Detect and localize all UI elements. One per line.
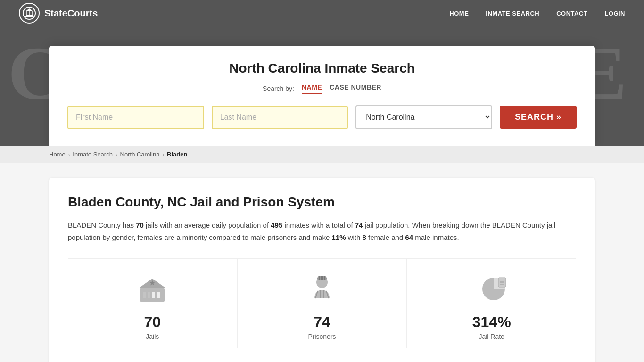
county-card: Bladen County, NC Jail and Prison System… (49, 178, 595, 362)
jail-rate-icon (473, 270, 511, 308)
desc-jails-count: 70 (136, 221, 144, 229)
nav-contact[interactable]: CONTACT (556, 10, 587, 17)
tab-name[interactable]: NAME (302, 83, 322, 94)
nav-login[interactable]: LOGIN (604, 10, 625, 17)
jail-icon (133, 270, 171, 308)
search-button[interactable]: SEARCH » (500, 106, 577, 129)
logo-icon (19, 3, 40, 24)
county-description: BLADEN County has 70 jails with an avera… (68, 219, 576, 243)
nav-home[interactable]: HOME (449, 10, 469, 17)
search-by-label: Search by: (263, 85, 294, 92)
search-by-row: Search by: NAME CASE NUMBER (67, 83, 577, 94)
nav-inmate-search[interactable]: INMATE SEARCH (486, 10, 539, 17)
desc-population: 495 (271, 221, 282, 229)
desc-intro: BLADEN County has (68, 221, 136, 229)
svg-rect-10 (152, 292, 155, 298)
stat-jails-label: Jails (146, 333, 159, 340)
stat-prisoners: 74 Prisoners (238, 259, 407, 348)
desc-female-pct: 11% (331, 233, 346, 241)
nav-links: HOME INMATE SEARCH CONTACT LOGIN (449, 10, 625, 17)
logo-text: StateCourts (44, 8, 98, 19)
breadcrumb: Home › Inmate Search › North Carolina › … (0, 146, 644, 163)
breadcrumb-sep-1: › (68, 152, 70, 157)
svg-rect-1 (26, 15, 33, 16)
tab-case-number[interactable]: CASE NUMBER (330, 83, 381, 94)
prisoner-icon (303, 270, 341, 308)
breadcrumb-north-carolina[interactable]: North Carolina (120, 151, 160, 158)
svg-marker-6 (25, 8, 33, 11)
svg-rect-11 (157, 292, 160, 298)
stat-prisoners-label: Prisoners (308, 333, 336, 340)
svg-line-29 (323, 290, 324, 299)
logo[interactable]: StateCourts (19, 3, 98, 24)
breadcrumb-sep-2: › (116, 152, 117, 157)
breadcrumb-current: Bladen (167, 151, 187, 158)
state-select[interactable]: North Carolina Alabama Alaska Arizona Ar… (355, 105, 492, 129)
svg-rect-2 (25, 16, 33, 17)
svg-line-28 (320, 290, 321, 299)
stats-row: 70 Jails (68, 258, 576, 348)
stat-rate-number: 314% (472, 313, 511, 331)
search-card: North Carolina Inmate Search Search by: … (49, 46, 595, 146)
search-card-title: North Carolina Inmate Search (67, 61, 577, 76)
desc-male-count: 64 (405, 233, 413, 241)
navbar: StateCourts HOME INMATE SEARCH CONTACT L… (0, 0, 644, 26)
breadcrumb-inmate-search[interactable]: Inmate Search (73, 151, 113, 158)
desc-female-count: 8 (363, 233, 366, 241)
stat-rate-label: Jail Rate (479, 333, 504, 340)
first-name-input[interactable] (67, 106, 204, 129)
desc-jails-text: jails with an average daily population o… (144, 221, 271, 229)
breadcrumb-sep-3: › (162, 152, 164, 157)
stat-prisoners-number: 74 (314, 313, 330, 331)
stat-jail-rate: 314% Jail Rate (407, 259, 576, 348)
breadcrumb-home[interactable]: Home (49, 151, 66, 158)
header: COURTHOUSE StateCourts HOME INMATE SEARC… (0, 0, 644, 146)
desc-jail-pop: 74 (355, 221, 363, 229)
main-content: Bladen County, NC Jail and Prison System… (0, 163, 644, 362)
desc-pop-text: inmates with a total of (282, 221, 355, 229)
search-inputs-row: North Carolina Alabama Alaska Arizona Ar… (67, 105, 577, 129)
desc-female-text: female and (366, 233, 405, 241)
stat-jails: 70 Jails (68, 259, 238, 348)
desc-female-pct-text: with (346, 233, 363, 241)
county-title: Bladen County, NC Jail and Prison System (68, 195, 576, 210)
stat-jails-number: 70 (144, 313, 161, 331)
last-name-input[interactable] (212, 106, 348, 129)
desc-male-text: male inmates. (413, 233, 459, 241)
svg-rect-32 (498, 278, 506, 287)
